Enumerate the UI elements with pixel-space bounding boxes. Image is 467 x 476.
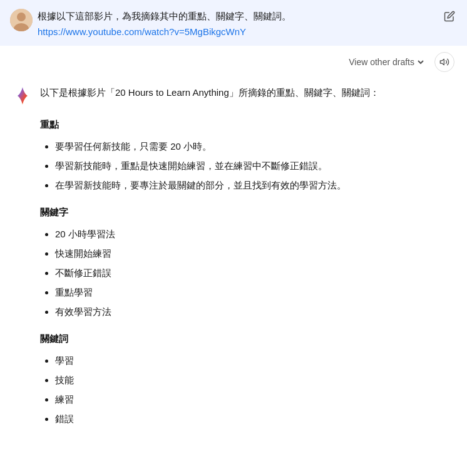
- list-item: 練習: [55, 391, 454, 408]
- ai-response-area: 以下是根據影片「20 Hours to Learn Anything」所摘錄的重…: [0, 78, 467, 445]
- svg-point-1: [17, 13, 26, 21]
- ai-intro-text: 以下是根據影片「20 Hours to Learn Anything」所摘錄的重…: [40, 85, 379, 101]
- speaker-icon: [439, 57, 449, 67]
- list-item: 快速開始練習: [55, 245, 454, 262]
- section-heading-3: 關鍵詞: [40, 330, 454, 347]
- gemini-icon: [13, 86, 33, 106]
- avatar: [10, 9, 33, 31]
- avatar-face: [10, 9, 33, 31]
- chevron-down-icon: [417, 58, 424, 66]
- view-other-drafts-button[interactable]: View other drafts: [344, 54, 429, 70]
- bullet-list-3: 學習 技能 練習 錯誤: [40, 352, 454, 427]
- list-item: 錯誤: [55, 410, 454, 427]
- section-heading-1: 重點: [40, 116, 454, 133]
- list-item: 在學習新技能時，要專注於最關鍵的部分，並且找到有效的學習方法。: [55, 177, 454, 194]
- svg-marker-3: [440, 59, 444, 65]
- list-item: 學習: [55, 352, 454, 369]
- list-item: 有效學習方法: [55, 303, 454, 320]
- bullet-list-2: 20 小時學習法 快速開始練習 不斷修正錯誤 重點學習 有效學習方法: [40, 225, 454, 320]
- section-heading-2: 關鍵字: [40, 204, 454, 220]
- user-message-text: 根據以下這部影片，為我摘錄其中的重點、關鍵字、關鍵詞。 https://www.…: [38, 9, 436, 37]
- view-drafts-label: View other drafts: [349, 57, 414, 67]
- list-item: 20 小時學習法: [55, 225, 454, 242]
- list-item: 不斷修正錯誤: [55, 264, 454, 281]
- speaker-button[interactable]: [434, 52, 454, 72]
- list-item: 技能: [55, 371, 454, 388]
- list-item: 要學習任何新技能，只需要 20 小時。: [55, 138, 454, 155]
- user-text: 根據以下這部影片，為我摘錄其中的重點、關鍵字、關鍵詞。: [38, 11, 291, 21]
- edit-button[interactable]: [442, 9, 457, 24]
- bullet-list-1: 要學習任何新技能，只需要 20 小時。 學習新技能時，重點是快速開始練習，並在練…: [40, 138, 454, 194]
- list-item: 重點學習: [55, 284, 454, 301]
- youtube-link[interactable]: https://www.youtube.com/watch?v=5MgBikgc…: [38, 26, 436, 37]
- list-item: 學習新技能時，重點是快速開始練習，並在練習中不斷修正錯誤。: [55, 157, 454, 174]
- ai-header: 以下是根據影片「20 Hours to Learn Anything」所摘錄的重…: [13, 85, 454, 106]
- response-content: 重點 要學習任何新技能，只需要 20 小時。 學習新技能時，重點是快速開始練習，…: [40, 116, 454, 427]
- user-message-area: 根據以下這部影片，為我摘錄其中的重點、關鍵字、關鍵詞。 https://www.…: [0, 0, 467, 46]
- page-container: 根據以下這部影片，為我摘錄其中的重點、關鍵字、關鍵詞。 https://www.…: [0, 0, 467, 476]
- controls-bar: View other drafts: [0, 46, 467, 78]
